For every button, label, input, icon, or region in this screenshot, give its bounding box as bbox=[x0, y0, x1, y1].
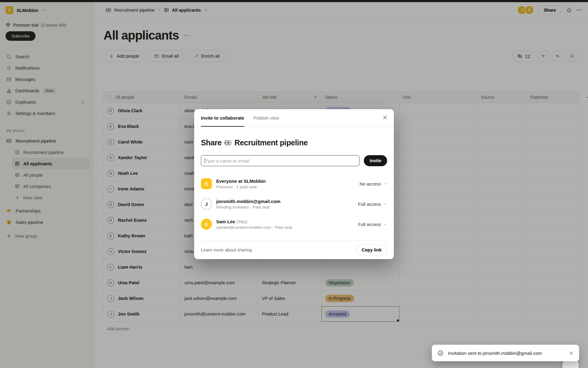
member-meta: Pending invitation · Paid seat bbox=[216, 205, 281, 209]
chevron-down-icon bbox=[383, 202, 387, 206]
member-name: Everyone at SLMobbin bbox=[216, 178, 266, 184]
access-dropdown[interactable]: No access bbox=[360, 181, 387, 186]
learn-more-link[interactable]: Learn more about sharing bbox=[201, 247, 252, 252]
share-modal: Invite to collaborate Publish view Share… bbox=[194, 109, 394, 259]
pending-avatar: J bbox=[201, 198, 212, 209]
members-list: S Everyone at SLMobbin Premium · 1 paid … bbox=[201, 174, 387, 234]
invite-button[interactable]: Invite bbox=[364, 155, 387, 166]
close-icon[interactable] bbox=[569, 351, 574, 355]
access-label: No access bbox=[360, 181, 381, 186]
member-name: jonsmith.mobbin@gmail.com bbox=[216, 199, 281, 204]
close-icon[interactable] bbox=[382, 115, 388, 120]
text-caret bbox=[205, 158, 205, 163]
modal-title-prefix: Share bbox=[201, 138, 221, 147]
check-circle-icon bbox=[437, 350, 444, 356]
member-name: Sam Lee (You) bbox=[216, 219, 292, 224]
modal-title: Share Recruitment pipeline bbox=[201, 138, 387, 147]
modal-footer: Learn more about sharing Copy link bbox=[201, 240, 387, 259]
toast-message: Invitation sent to jonsmith.mobbin@gmail… bbox=[448, 351, 542, 356]
user-avatar: S bbox=[201, 219, 212, 230]
access-label: Full access bbox=[358, 201, 381, 207]
member-meta: Premium · 1 paid seat bbox=[216, 185, 266, 189]
member-you-suffix: (You) bbox=[236, 219, 247, 224]
tab-invite-to-collaborate[interactable]: Invite to collaborate bbox=[201, 109, 244, 126]
member-row: S Everyone at SLMobbin Premium · 1 paid … bbox=[201, 174, 387, 194]
member-row: J jonsmith.mobbin@gmail.com Pending invi… bbox=[201, 194, 387, 214]
modal-tabs: Invite to collaborate Publish view bbox=[194, 109, 394, 127]
copy-link-button[interactable]: Copy link bbox=[356, 245, 387, 255]
member-row: S Sam Lee (You) samlee@content-mobbin.co… bbox=[201, 214, 387, 234]
access-dropdown[interactable]: Full access bbox=[358, 222, 387, 227]
invite-input-wrap bbox=[201, 155, 360, 166]
member-name-text: Sam Lee bbox=[216, 219, 235, 224]
eyes-icon bbox=[224, 140, 232, 145]
modal-title-object: Recruitment pipeline bbox=[234, 138, 307, 147]
toast-notification: Invitation sent to jonsmith.mobbin@gmail… bbox=[432, 345, 579, 361]
access-label: Full access bbox=[358, 222, 381, 227]
chevron-down-icon bbox=[383, 182, 387, 186]
workspace-avatar: S bbox=[201, 178, 212, 189]
access-dropdown[interactable]: Full access bbox=[358, 201, 387, 207]
chevron-down-icon bbox=[383, 222, 387, 226]
member-meta: samlee@content-mobbin.com · Paid seat bbox=[216, 225, 292, 230]
tab-publish-view[interactable]: Publish view bbox=[254, 109, 279, 126]
screen: S SLMobbin Premium trial (2 weeks left) … bbox=[0, 0, 588, 368]
invite-email-input[interactable] bbox=[201, 155, 360, 166]
